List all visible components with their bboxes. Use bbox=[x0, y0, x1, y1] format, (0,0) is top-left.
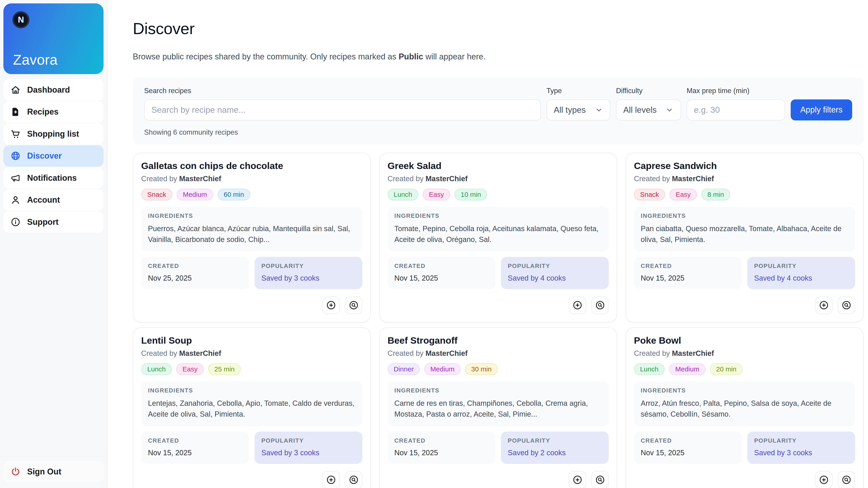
ingredients-text: Carne de res en tiras, Champiñones, Cebo… bbox=[395, 398, 602, 420]
circle-plus-icon bbox=[572, 475, 583, 485]
recipe-title: Caprese Sandwich bbox=[634, 161, 855, 171]
ingredients-box: INGREDIENTS Arroz, Atún fresco, Palta, P… bbox=[634, 381, 855, 427]
created-label: CREATED bbox=[395, 263, 489, 269]
badge-row: DinnerMedium30 min bbox=[388, 363, 609, 375]
ingredients-text: Pan ciabatta, Queso mozzarella, Tomate, … bbox=[641, 223, 848, 245]
recipe-author: Created by MasterChief bbox=[141, 349, 363, 358]
created-label: CREATED bbox=[148, 437, 242, 444]
recipe-card: Greek Salad Created by MasterChief Lunch… bbox=[379, 153, 617, 322]
sign-out-button[interactable]: Sign Out bbox=[3, 461, 103, 482]
search-input[interactable] bbox=[144, 99, 541, 121]
recipe-author: Created by MasterChief bbox=[141, 175, 363, 183]
created-label: CREATED bbox=[395, 437, 489, 444]
created-box: CREATED Nov 15, 2025 bbox=[388, 257, 495, 289]
popularity-text: Saved by 4 cooks bbox=[754, 274, 848, 283]
recipe-author: Created by MasterChief bbox=[634, 349, 855, 358]
circle-plus-icon bbox=[818, 475, 829, 485]
meta-row: CREATED Nov 15, 2025 POPULARITY Saved by… bbox=[141, 431, 363, 464]
created-date: Nov 15, 2025 bbox=[148, 449, 242, 457]
recipe-title: Lentil Soup bbox=[141, 335, 363, 346]
popularity-box: POPULARITY Saved by 4 cooks bbox=[501, 257, 609, 289]
view-recipe-button[interactable] bbox=[591, 296, 609, 314]
view-recipe-button[interactable] bbox=[345, 296, 363, 314]
created-date: Nov 25, 2025 bbox=[148, 274, 242, 283]
difficulty-select[interactable]: All levels bbox=[616, 99, 681, 121]
popularity-label: POPULARITY bbox=[754, 263, 848, 269]
recipe-author: Created by MasterChief bbox=[388, 349, 609, 358]
save-recipe-button[interactable] bbox=[569, 296, 586, 314]
circle-plus-icon bbox=[818, 300, 829, 311]
ingredients-box: INGREDIENTS Tomate, Pepino, Cebolla roja… bbox=[388, 207, 609, 252]
save-recipe-button[interactable] bbox=[569, 471, 586, 488]
ingredients-box: INGREDIENTS Puerros, Azúcar blanca, Azúc… bbox=[141, 207, 363, 252]
sign-out-label: Sign Out bbox=[27, 467, 61, 477]
sidebar-item-shopping-list[interactable]: Shopping list bbox=[3, 123, 103, 144]
intro-suffix: will appear here. bbox=[423, 52, 486, 61]
recipe-card: Lentil Soup Created by MasterChief Lunch… bbox=[133, 327, 371, 488]
popularity-label: POPULARITY bbox=[508, 263, 602, 269]
home-icon bbox=[10, 85, 21, 95]
save-recipe-button[interactable] bbox=[322, 296, 340, 314]
search-circle-icon bbox=[348, 475, 359, 485]
apply-filters-button[interactable]: Apply filters bbox=[791, 99, 852, 121]
card-actions bbox=[634, 471, 855, 488]
view-recipe-button[interactable] bbox=[591, 471, 609, 488]
ingredients-box: INGREDIENTS Lentejas, Zanahoria, Cebolla… bbox=[141, 381, 363, 427]
popularity-text: Saved by 3 cooks bbox=[754, 449, 848, 457]
globe-icon bbox=[10, 151, 21, 161]
popularity-text: Saved by 4 cooks bbox=[508, 274, 602, 283]
recipe-title: Galletas con chips de chocolate bbox=[141, 161, 363, 171]
popularity-text: Saved by 2 cooks bbox=[508, 449, 602, 457]
sidebar-item-support[interactable]: Support bbox=[3, 211, 103, 233]
recipe-title: Beef Stroganoff bbox=[388, 335, 609, 346]
recipe-author: Created by MasterChief bbox=[634, 175, 855, 183]
card-actions bbox=[388, 471, 609, 488]
search-label: Search recipes bbox=[144, 87, 541, 95]
badge-easy: Easy bbox=[670, 189, 697, 201]
save-recipe-button[interactable] bbox=[815, 471, 833, 488]
recipe-author: Created by MasterChief bbox=[388, 175, 609, 183]
badge-row: LunchMedium20 min bbox=[634, 363, 855, 375]
sidebar-nav: Dashboard Recipes Shopping list Discover… bbox=[0, 74, 107, 233]
sidebar-item-recipes[interactable]: Recipes bbox=[3, 101, 103, 123]
ingredients-box: INGREDIENTS Carne de res en tiras, Champ… bbox=[388, 381, 609, 427]
view-recipe-button[interactable] bbox=[838, 471, 855, 488]
sidebar-item-discover[interactable]: Discover bbox=[3, 145, 103, 167]
power-icon bbox=[10, 466, 21, 477]
sidebar-item-account[interactable]: Account bbox=[3, 189, 103, 211]
sidebar-item-dashboard[interactable]: Dashboard bbox=[3, 79, 103, 101]
search-circle-icon bbox=[841, 475, 852, 485]
ingredients-label: INGREDIENTS bbox=[641, 213, 848, 219]
save-recipe-button[interactable] bbox=[815, 296, 833, 314]
popularity-box: POPULARITY Saved by 3 cooks bbox=[254, 431, 362, 464]
badge-snack: Snack bbox=[634, 189, 665, 201]
recipe-card: Poke Bowl Created by MasterChief LunchMe… bbox=[626, 327, 864, 488]
search-circle-icon bbox=[348, 300, 359, 311]
intro-bold: Public bbox=[399, 52, 423, 61]
badge-25-min: 25 min bbox=[208, 363, 241, 375]
created-by-label: Created by bbox=[388, 175, 424, 183]
brand-header: N Zavora bbox=[3, 3, 103, 74]
recipe-card: Caprese Sandwich Created by MasterChief … bbox=[626, 153, 864, 322]
created-date: Nov 15, 2025 bbox=[395, 274, 489, 283]
ingredients-label: INGREDIENTS bbox=[395, 213, 602, 219]
save-recipe-button[interactable] bbox=[322, 471, 340, 488]
created-date: Nov 15, 2025 bbox=[641, 449, 735, 457]
recipe-title: Greek Salad bbox=[388, 161, 609, 171]
badge-60-min: 60 min bbox=[218, 189, 250, 201]
created-by-label: Created by bbox=[388, 349, 424, 357]
user-icon bbox=[10, 195, 21, 205]
badge-lunch: Lunch bbox=[141, 363, 172, 375]
sidebar-item-notifications[interactable]: Notifications bbox=[3, 167, 103, 189]
view-recipe-button[interactable] bbox=[345, 471, 363, 488]
search-circle-icon bbox=[841, 300, 852, 311]
created-box: CREATED Nov 15, 2025 bbox=[634, 257, 742, 289]
type-label: Type bbox=[547, 87, 611, 95]
ingredients-text: Tomate, Pepino, Cebolla roja, Aceitunas … bbox=[395, 223, 602, 245]
badge-easy: Easy bbox=[176, 363, 204, 375]
max-prep-input[interactable] bbox=[687, 99, 785, 121]
type-select[interactable]: All types bbox=[547, 99, 611, 121]
badge-row: SnackEasy8 min bbox=[634, 189, 855, 201]
intro-prefix: Browse public recipes shared by the comm… bbox=[133, 52, 399, 61]
view-recipe-button[interactable] bbox=[838, 296, 855, 314]
